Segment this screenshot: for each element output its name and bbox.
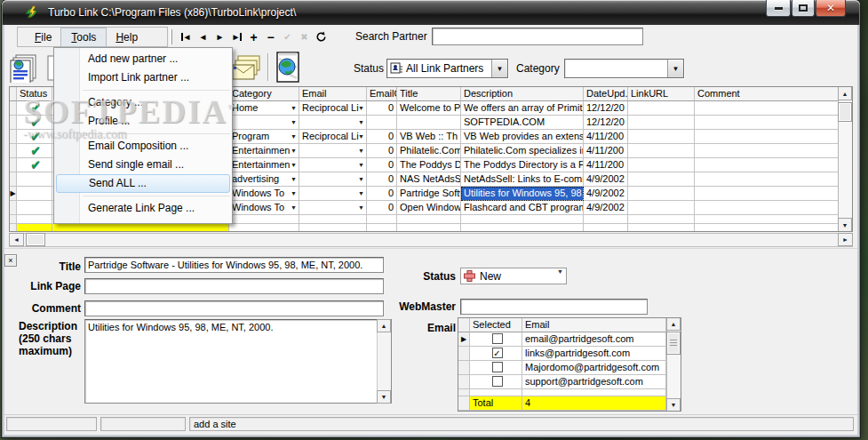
grid-cell-linkurl[interactable] [628,144,695,158]
grid-cell-description[interactable]: The Poddys Directory is a Fa [461,158,584,172]
grid-cell-description[interactable]: Utilities for Windows 95, 98, [461,187,584,201]
grid-cell-comment[interactable] [695,172,840,187]
grid-cell-title[interactable] [397,116,461,130]
grid-header-date[interactable]: DateUpd. [584,87,628,101]
webmaster-input[interactable] [460,299,648,315]
grid-cell-sel[interactable] [10,172,17,187]
cell-dropdown-icon[interactable]: ▼ [289,158,299,172]
grid-header-email[interactable]: Email [299,87,367,101]
grid-cell-title[interactable]: The Poddys D [397,158,461,172]
email-cell-selected[interactable] [470,361,522,375]
menubar-item-file[interactable]: File [25,28,61,46]
email-header-selected[interactable]: Selected [470,318,522,332]
record-status-combo[interactable]: New ▼ [460,268,567,284]
title-input[interactable] [84,257,384,273]
grid-cell-category[interactable]: ▼advertising [229,172,299,187]
grid-cell-category[interactable]: ▼Entertainmen [229,144,299,158]
grid-cell-date[interactable]: 12/12/20 [584,116,628,130]
grid-header-description[interactable]: Description [461,87,584,101]
menubar-item-tools[interactable]: Tools [61,28,106,46]
email-cell-sel[interactable] [458,375,470,389]
grid-cell-category[interactable]: ▼Program [229,130,299,144]
grid-cell-emailc[interactable]: 0 [367,144,397,158]
grid-cell-status[interactable] [17,172,52,187]
nav-insert-button[interactable]: + [245,29,262,45]
grid-header-emailc[interactable]: EmailC [367,87,397,101]
cell-dropdown-icon[interactable]: ▼ [289,201,299,214]
grid-cell-title[interactable]: Partridge Softw [397,187,461,201]
grid-cell-category[interactable]: ▼ [229,116,299,130]
cell-dropdown-icon[interactable]: ▼ [356,144,366,157]
minimize-button[interactable] [766,0,791,17]
grid-cell-status[interactable] [17,187,52,201]
grid-cell-linkurl[interactable] [628,158,695,172]
grid-cell-description[interactable]: Flashcard and CBT programs [461,201,584,215]
grid-cell-comment[interactable] [695,201,840,215]
nav-next-button[interactable]: ► [211,29,228,45]
nav-first-button[interactable]: ◄ [178,29,195,45]
grid-hscroll-thumb[interactable] [26,233,45,246]
cell-dropdown-icon[interactable]: ▼ [289,187,299,200]
cell-dropdown-icon[interactable]: ▼ [289,144,299,157]
grid-cell-sel[interactable] [10,201,17,215]
nav-post-button[interactable]: ✔ [279,29,296,45]
grid-cell-date[interactable]: 4/9/2002 [584,201,628,215]
grid-cell-emailc[interactable] [367,116,397,130]
record-status-dropdown-icon[interactable]: ▼ [557,268,566,275]
scroll-right-icon[interactable]: ► [838,233,853,246]
grid-cell-category[interactable]: ▼Windows To [229,187,299,201]
grid-cell-date[interactable]: 4/11/200 [584,158,628,172]
cell-dropdown-icon[interactable]: ▼ [356,172,366,186]
email-cell-email[interactable]: support@partridgesoft.com [522,375,666,389]
menu-item-profile[interactable]: Profile ... [56,112,230,131]
grid-cell-linkurl[interactable] [628,172,695,187]
grid-cell-date[interactable]: 4/9/2002 [584,172,628,187]
grid-cell-status[interactable]: ✔ [17,144,52,158]
cell-dropdown-icon[interactable]: ▼ [356,101,366,115]
grid-cell-date[interactable]: 4/11/200 [584,144,628,158]
grid-cell-description[interactable]: SOFTPEDIA.COM [461,116,584,130]
grid-cell-category[interactable]: ▼Windows To [229,201,299,215]
selected-checkbox[interactable]: ✓ [492,348,503,358]
grid-cell-status[interactable]: ✔ [17,130,52,144]
emails-icon[interactable] [230,52,262,84]
grid-cell-description[interactable]: VB Web provides an extensi [461,130,584,144]
cell-dropdown-icon[interactable]: ▼ [289,130,299,143]
menu-item-category[interactable]: Category ... [56,93,230,112]
grid-cell-email[interactable]: ▼Reciprocal Li [299,101,367,116]
cell-dropdown-icon[interactable]: ▼ [289,116,299,129]
grid-cell-email[interactable]: ▼ [299,116,367,130]
grid-cell-title[interactable]: NAS NetAdsS [397,172,461,187]
maximize-button[interactable] [792,0,815,17]
grid-cell-email[interactable]: ▼Reciprocal Li [299,130,367,144]
menu-item-send-all[interactable]: Send ALL ... [56,174,230,193]
grid-cell-title[interactable]: Philatelic.Com [397,144,461,158]
grid-cell-email[interactable]: ▼ [299,158,367,172]
grid-cell-sel[interactable] [10,116,17,130]
grid-cell-linkurl[interactable] [628,101,695,116]
grid-header-title[interactable]: Title [397,87,461,101]
grid-cell-linkurl[interactable] [628,187,695,201]
grid-cell-email[interactable]: ▼ [299,187,367,201]
cell-dropdown-icon[interactable]: ▼ [289,101,299,115]
menu-item-add-new-partner[interactable]: Add new partner ... [56,50,230,68]
selected-checkbox[interactable] [492,376,503,387]
scroll-down-icon[interactable]: ▼ [838,218,852,232]
grid-cell-emailc[interactable]: 0 [367,187,397,201]
cell-dropdown-icon[interactable]: ▼ [356,201,366,214]
close-button[interactable]: ✕ [816,0,846,17]
grid-cell-emailc[interactable]: 0 [367,158,397,172]
email-vscroll-thumb[interactable] [666,332,681,355]
grid-cell-date[interactable]: 12/12/20 [584,101,628,116]
menu-item-email-composition[interactable]: Email Composition ... [56,137,230,156]
grid-cell-linkurl[interactable] [628,130,695,144]
grid-cell-category[interactable]: ▼Home [229,101,299,116]
email-cell-email[interactable]: email@partridgesoft.com [522,332,666,347]
comment-input[interactable] [84,300,384,316]
description-textarea[interactable]: Utilities for Windows 95, 98, ME, NT, 20… [84,319,392,404]
scroll-left-icon[interactable]: ◄ [9,233,24,246]
grid-cell-email[interactable]: ▼ [299,144,367,158]
grid-cell-title[interactable]: Open Window [397,201,461,215]
grid-cell-comment[interactable] [695,187,840,201]
grid-cell-sel[interactable] [10,158,17,172]
